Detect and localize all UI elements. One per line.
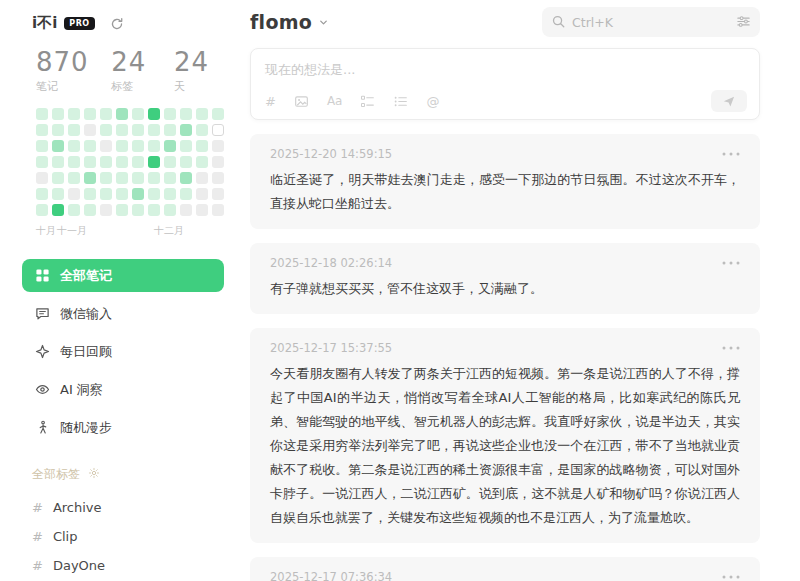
heatmap-cell[interactable] [180, 108, 192, 120]
heatmap-cell[interactable] [132, 172, 144, 184]
heatmap-cell[interactable] [180, 188, 192, 200]
heatmap-cell[interactable] [164, 204, 176, 216]
send-button[interactable] [711, 90, 747, 112]
heatmap-cell[interactable] [116, 204, 128, 216]
heatmap-cell[interactable] [132, 108, 144, 120]
search-box[interactable] [542, 7, 760, 37]
heatmap-cell[interactable] [100, 108, 112, 120]
heatmap-cell[interactable] [132, 124, 144, 136]
logo[interactable]: flomo [250, 11, 329, 33]
heatmap-cell[interactable] [148, 188, 160, 200]
sidebar-item-daily-review[interactable]: 每日回顾 [22, 335, 224, 368]
bullet-list-icon[interactable] [393, 94, 408, 109]
sidebar-tag-clip[interactable]: # Clip [32, 522, 236, 551]
heatmap-cell[interactable] [164, 108, 176, 120]
heatmap-cell[interactable] [100, 204, 112, 216]
heatmap-cell[interactable] [116, 188, 128, 200]
heatmap-cell[interactable] [148, 124, 160, 136]
heatmap-cell[interactable] [100, 156, 112, 168]
sidebar-item-all-notes[interactable]: 全部笔记 [22, 259, 224, 292]
more-icon[interactable] [722, 343, 740, 353]
heatmap-cell[interactable] [148, 140, 160, 152]
heatmap-cell[interactable] [116, 108, 128, 120]
heatmap-cell[interactable] [36, 124, 48, 136]
heatmap-cell[interactable] [84, 188, 96, 200]
more-icon[interactable] [722, 572, 740, 581]
heatmap-cell[interactable] [84, 156, 96, 168]
heatmap-cell[interactable] [180, 124, 192, 136]
sidebar-item-ai-insight[interactable]: AI 洞察 [22, 373, 224, 406]
heatmap-cell[interactable] [196, 172, 208, 184]
heatmap-cell[interactable] [68, 108, 80, 120]
image-icon[interactable] [294, 94, 309, 109]
search-input[interactable] [572, 15, 730, 30]
heatmap-cell[interactable] [36, 188, 48, 200]
heatmap-cell[interactable] [132, 140, 144, 152]
text-format-icon[interactable]: Aa [327, 95, 343, 107]
heatmap-cell[interactable] [212, 140, 224, 152]
heatmap-cell[interactable] [100, 172, 112, 184]
heatmap-cell[interactable] [36, 204, 48, 216]
heatmap-cell[interactable] [36, 156, 48, 168]
heatmap-cell[interactable] [196, 188, 208, 200]
checklist-icon[interactable] [360, 94, 375, 109]
heatmap-cell[interactable] [148, 156, 160, 168]
heatmap-cell[interactable] [52, 124, 64, 136]
heatmap-cell[interactable] [164, 188, 176, 200]
heatmap-cell[interactable] [148, 108, 160, 120]
heatmap-cell[interactable] [196, 156, 208, 168]
heatmap-cell[interactable] [68, 172, 80, 184]
sidebar-item-random-walk[interactable]: 随机漫步 [22, 411, 224, 444]
heatmap-cell[interactable] [84, 108, 96, 120]
heatmap-cell[interactable] [68, 124, 80, 136]
heatmap-cell[interactable] [84, 172, 96, 184]
heatmap-cell[interactable] [36, 172, 48, 184]
heatmap-cell[interactable] [52, 204, 64, 216]
heatmap-cell[interactable] [196, 140, 208, 152]
heatmap-cell[interactable] [212, 124, 224, 136]
heatmap-cell[interactable] [196, 204, 208, 216]
tags-header[interactable]: 全部标签 [32, 466, 236, 483]
heatmap-cell[interactable] [100, 188, 112, 200]
heatmap-cell[interactable] [132, 204, 144, 216]
heatmap-cell[interactable] [132, 156, 144, 168]
heatmap-cell[interactable] [52, 156, 64, 168]
heatmap-cell[interactable] [68, 156, 80, 168]
more-icon[interactable] [722, 258, 740, 268]
heatmap-cell[interactable] [52, 140, 64, 152]
mention-icon[interactable]: @ [426, 95, 439, 108]
heatmap-cell[interactable] [116, 124, 128, 136]
more-icon[interactable] [722, 149, 740, 159]
heatmap-cell[interactable] [116, 156, 128, 168]
heatmap-cell[interactable] [180, 156, 192, 168]
heatmap-cell[interactable] [212, 172, 224, 184]
heatmap-cell[interactable] [116, 140, 128, 152]
heatmap-cell[interactable] [68, 140, 80, 152]
heatmap-cell[interactable] [100, 124, 112, 136]
sidebar-item-wechat-input[interactable]: 微信输入 [22, 297, 224, 330]
heatmap-cell[interactable] [36, 140, 48, 152]
heatmap-cell[interactable] [212, 108, 224, 120]
heatmap-cell[interactable] [180, 172, 192, 184]
heatmap-cell[interactable] [180, 204, 192, 216]
heatmap-cell[interactable] [116, 172, 128, 184]
heatmap-cell[interactable] [84, 140, 96, 152]
user-name[interactable]: i不i [32, 14, 57, 33]
heatmap-cell[interactable] [84, 204, 96, 216]
heatmap-cell[interactable] [68, 204, 80, 216]
heatmap-cell[interactable] [68, 188, 80, 200]
heatmap-cell[interactable] [84, 124, 96, 136]
heatmap-cell[interactable] [148, 204, 160, 216]
heatmap-cell[interactable] [164, 124, 176, 136]
heatmap-cell[interactable] [164, 140, 176, 152]
heatmap-cell[interactable] [196, 108, 208, 120]
heatmap-cell[interactable] [100, 140, 112, 152]
heatmap-cell[interactable] [148, 172, 160, 184]
sidebar-tag-dayone[interactable]: # DayOne [32, 551, 236, 580]
heatmap-cell[interactable] [52, 108, 64, 120]
editor-card[interactable]: 现在的想法是... # Aa @ [250, 48, 760, 120]
heatmap-cell[interactable] [196, 124, 208, 136]
sidebar-tag-archive[interactable]: # Archive [32, 493, 236, 522]
heatmap-cell[interactable] [212, 188, 224, 200]
heatmap-cell[interactable] [164, 156, 176, 168]
